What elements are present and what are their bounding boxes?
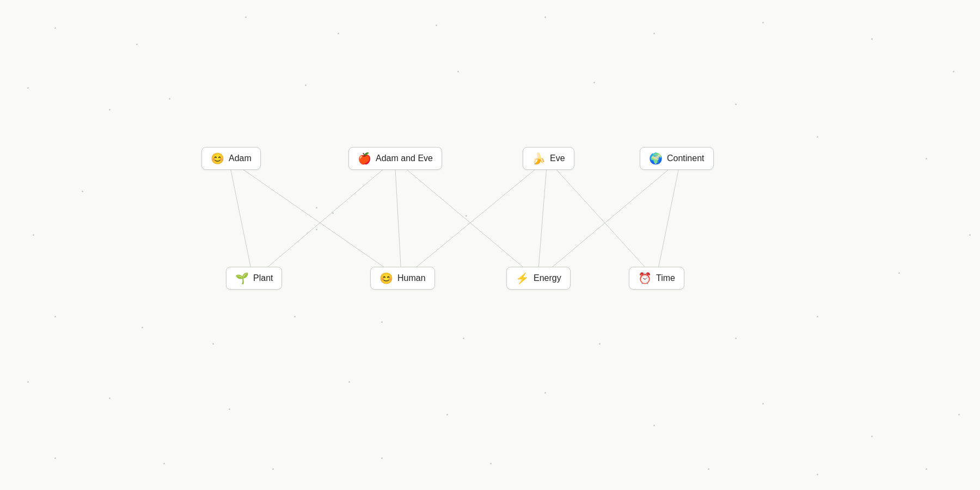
node-plant[interactable]: 🌱Plant	[226, 267, 282, 290]
background-dot	[142, 327, 143, 328]
node-label-adam: Adam	[229, 154, 252, 163]
node-icon-human: 😊	[379, 273, 393, 284]
background-dot	[136, 44, 138, 45]
background-dot	[338, 33, 339, 34]
background-dot	[245, 16, 247, 18]
node-icon-adam-and-eve: 🍎	[358, 153, 371, 164]
background-dot	[212, 343, 214, 345]
node-icon-plant: 🌱	[235, 273, 249, 284]
node-icon-time: ⏰	[638, 273, 652, 284]
node-eve[interactable]: 🍌Eve	[523, 147, 574, 170]
background-dot	[33, 234, 34, 236]
background-dot	[109, 109, 111, 111]
background-dot	[490, 463, 492, 464]
node-icon-adam: 😊	[211, 153, 224, 164]
node-adam[interactable]: 😊Adam	[201, 147, 261, 170]
background-dot	[348, 381, 350, 383]
background-dot	[762, 22, 764, 23]
background-dot	[272, 468, 274, 470]
background-dot	[926, 468, 927, 470]
background-dot	[316, 229, 317, 230]
svg-line-0	[229, 160, 253, 279]
background-dot	[898, 272, 900, 274]
background-dot	[54, 316, 56, 317]
node-label-eve: Eve	[550, 154, 565, 163]
node-time[interactable]: ⏰Time	[629, 267, 684, 290]
background-dot	[817, 136, 818, 138]
background-dot	[169, 98, 170, 100]
node-label-continent: Continent	[667, 154, 705, 163]
background-dot	[817, 474, 818, 475]
background-dot	[593, 82, 595, 83]
node-label-human: Human	[397, 273, 426, 283]
svg-line-5	[402, 160, 548, 279]
background-dot	[54, 27, 56, 29]
background-dot	[332, 212, 334, 214]
background-dot	[54, 457, 56, 459]
background-dot	[735, 103, 737, 105]
background-dot	[82, 191, 83, 192]
svg-line-2	[395, 160, 402, 279]
background-dot	[926, 158, 927, 160]
background-dot	[465, 215, 467, 217]
node-adam-and-eve[interactable]: 🍎Adam and Eve	[348, 147, 442, 170]
background-dot	[544, 16, 546, 18]
background-dot	[229, 408, 230, 410]
background-dot	[762, 403, 764, 405]
node-label-adam-and-eve: Adam and Eve	[376, 154, 433, 163]
background-dot	[109, 397, 111, 399]
background-dot	[381, 321, 383, 323]
node-continent[interactable]: 🌍Continent	[640, 147, 714, 170]
svg-line-8	[656, 160, 681, 279]
canvas-area: 😊Adam🍎Adam and Eve🍌Eve🌍Continent🌱Plant😊H…	[0, 0, 980, 490]
node-icon-eve: 🍌	[532, 153, 546, 164]
node-icon-energy: ⚡	[516, 273, 529, 284]
background-dot	[544, 392, 546, 394]
background-dot	[653, 425, 655, 426]
background-dot	[708, 468, 709, 470]
background-dot	[294, 316, 296, 317]
node-label-time: Time	[656, 273, 675, 283]
connections-svg	[0, 0, 980, 490]
background-dot	[436, 24, 437, 26]
background-dot	[27, 87, 29, 89]
background-dot	[599, 343, 601, 345]
background-dot	[871, 436, 873, 437]
background-dot	[958, 414, 960, 415]
node-human[interactable]: 😊Human	[370, 267, 435, 290]
background-dot	[817, 316, 818, 317]
background-dot	[653, 33, 655, 34]
node-energy[interactable]: ⚡Energy	[506, 267, 571, 290]
background-dot	[163, 463, 165, 464]
node-label-plant: Plant	[253, 273, 273, 283]
background-dot	[446, 414, 448, 415]
background-dot	[27, 381, 29, 383]
node-label-energy: Energy	[534, 273, 561, 283]
background-dot	[457, 71, 459, 72]
background-dot	[381, 457, 383, 459]
background-dot	[463, 338, 464, 339]
background-dot	[953, 71, 954, 72]
node-icon-continent: 🌍	[649, 153, 663, 164]
svg-line-6	[538, 160, 548, 279]
svg-line-1	[229, 160, 402, 279]
svg-line-7	[538, 160, 681, 279]
background-dot	[316, 207, 317, 209]
svg-line-3	[253, 160, 395, 279]
background-dot	[735, 338, 737, 339]
background-dot	[305, 84, 307, 86]
background-dot	[969, 234, 971, 236]
svg-line-9	[547, 160, 656, 279]
background-dot	[871, 38, 873, 40]
svg-line-4	[395, 160, 538, 279]
